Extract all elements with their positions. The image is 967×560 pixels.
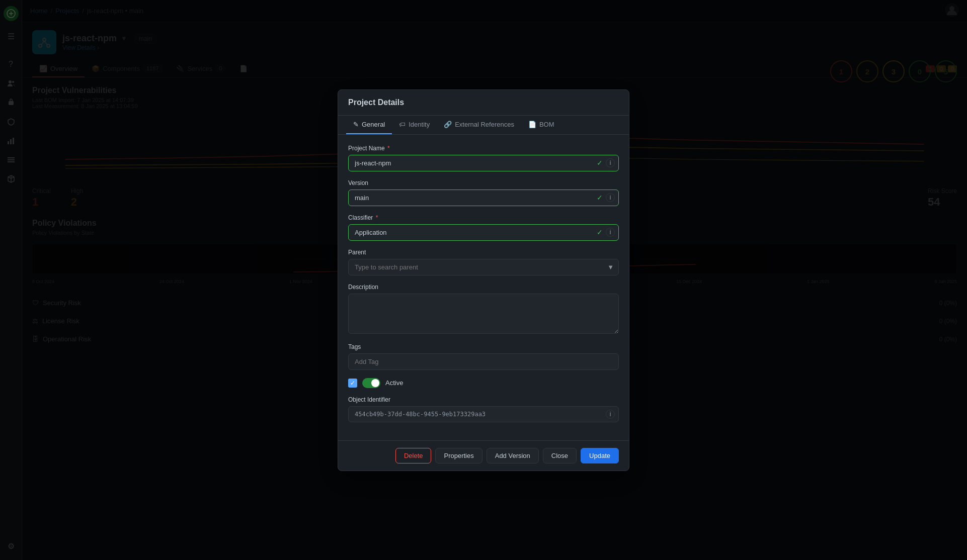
tab-bom[interactable]: 📄 BOM	[521, 116, 561, 134]
update-button[interactable]: Update	[581, 448, 619, 463]
version-input[interactable]	[348, 190, 619, 206]
version-group: Version ✓ i	[348, 179, 619, 206]
tags-label: Tags	[348, 343, 619, 350]
add-version-button[interactable]: Add Version	[487, 448, 539, 463]
object-id-wrapper: i	[348, 406, 619, 422]
modal-overlay: Project Details ✎ General 🏷 Identity 🔗 E…	[22, 0, 967, 560]
tags-input[interactable]	[348, 353, 619, 370]
object-id-label: Object Identifier	[348, 396, 619, 403]
ext-ref-tab-icon: 🔗	[444, 121, 452, 128]
close-button[interactable]: Close	[543, 448, 577, 463]
project-name-input[interactable]	[348, 155, 619, 171]
modal-footer: Delete Properties Add Version Close Upda…	[338, 440, 629, 471]
delete-button[interactable]: Delete	[395, 448, 432, 463]
classifier-info-icon[interactable]: i	[606, 228, 615, 237]
modal-tabs: ✎ General 🏷 Identity 🔗 External Referenc…	[338, 116, 629, 135]
object-id-group: Object Identifier i	[348, 396, 619, 422]
classifier-group: Classifier * Application Library Framewo…	[348, 214, 619, 241]
properties-button[interactable]: Properties	[435, 448, 482, 463]
object-id-input	[348, 406, 619, 422]
tab-identity[interactable]: 🏷 Identity	[392, 116, 437, 134]
description-label: Description	[348, 284, 619, 291]
active-toggle[interactable]	[362, 378, 380, 388]
main-content: Home / Projects / js-react-npm • main	[22, 0, 967, 560]
version-check-icon: ✓	[597, 194, 603, 202]
parent-label: Parent	[348, 249, 619, 256]
project-name-group: Project Name * ✓ i	[348, 145, 619, 171]
active-label: Active	[385, 379, 403, 387]
parent-group: Parent ▼	[348, 249, 619, 275]
project-name-info-icon[interactable]: i	[606, 158, 615, 167]
tags-group: Tags	[348, 343, 619, 370]
version-label: Version	[348, 179, 619, 186]
description-textarea[interactable]	[348, 294, 619, 334]
modal-title: Project Details	[338, 90, 629, 116]
project-name-wrapper: ✓ i	[348, 155, 619, 171]
identity-tab-icon: 🏷	[399, 121, 406, 128]
classifier-check-icon: ✓	[597, 228, 603, 236]
classifier-select[interactable]: Application Library Framework Container …	[348, 224, 619, 241]
project-name-check-icon: ✓	[597, 159, 603, 167]
object-id-info-icon[interactable]: i	[606, 410, 615, 419]
version-info-icon[interactable]: i	[606, 193, 615, 202]
tab-general[interactable]: ✎ General	[346, 116, 392, 134]
tab-external-references[interactable]: 🔗 External References	[437, 116, 521, 134]
bom-tab-icon: 📄	[528, 121, 536, 128]
modal-body: Project Name * ✓ i Version ✓ i	[338, 135, 629, 440]
active-checkbox[interactable]: ✓	[348, 379, 357, 388]
project-name-label: Project Name *	[348, 145, 619, 152]
active-row: ✓ Active	[348, 378, 619, 388]
project-details-modal: Project Details ✎ General 🏷 Identity 🔗 E…	[338, 89, 629, 471]
general-tab-icon: ✎	[353, 121, 359, 128]
classifier-label: Classifier *	[348, 214, 619, 221]
description-group: Description	[348, 284, 619, 335]
parent-input[interactable]	[348, 259, 619, 275]
checkbox-check-icon: ✓	[350, 380, 355, 387]
version-wrapper: ✓ i	[348, 190, 619, 206]
classifier-wrapper: Application Library Framework Container …	[348, 224, 619, 241]
